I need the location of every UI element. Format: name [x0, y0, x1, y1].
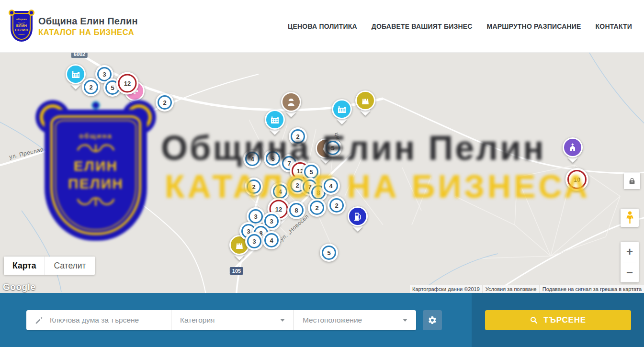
map-type-button[interactable]: Сателит — [45, 257, 94, 275]
zoom-out-button[interactable]: − — [621, 262, 639, 282]
shopping-bag-icon — [360, 95, 371, 106]
road-label: 105 — [230, 267, 243, 275]
lock-icon — [628, 177, 636, 185]
map-cluster-marker[interactable]: 12 — [116, 72, 139, 95]
fuel-marker[interactable] — [348, 206, 368, 226]
nav-item[interactable]: ЦЕНОВА ПОЛИТИКА — [288, 22, 357, 30]
map-cluster-marker[interactable]: 5 — [320, 244, 338, 262]
keyword-search-input[interactable] — [49, 315, 171, 325]
church-marker[interactable] — [563, 137, 583, 157]
map-cluster-marker[interactable]: 4 — [262, 231, 281, 249]
map-type-control: КартаСателит — [4, 257, 95, 275]
watermark-emblem-icon: община ЕЛИН ПЕЛИН — [41, 102, 151, 241]
ornament-icon — [73, 194, 119, 208]
shopping-bag-marker[interactable] — [355, 90, 375, 111]
search-bar-left: Категория Местоположение — [0, 293, 472, 347]
search-button-label: ТЪРСЕНЕ — [543, 315, 586, 325]
page: община ЕЛИН ПЕЛИН Община Елин Пелин КАТА… — [0, 0, 644, 347]
ornament-icon — [73, 142, 119, 155]
search-bar-right: ТЪРСЕНЕ — [472, 293, 644, 347]
keyword-field — [26, 310, 171, 330]
logo-top-text: община — [16, 18, 27, 21]
nav-item[interactable]: ДОБАВЕТЕ ВАШИЯТ БИЗНЕС — [372, 22, 473, 30]
brand[interactable]: община ЕЛИН ПЕЛИН Община Елин Пелин КАТА… — [11, 11, 138, 42]
search-bar: Категория Местоположение Т — [0, 293, 644, 347]
municipality-logo-icon: община ЕЛИН ПЕЛИН — [11, 11, 33, 42]
fuel-icon — [352, 211, 363, 222]
report-error-link[interactable]: Подаване на сигнал за грешка в картата — [540, 285, 644, 293]
pegman-icon — [626, 211, 634, 225]
map-type-button[interactable]: Карта — [4, 257, 45, 275]
lock-button[interactable] — [624, 173, 640, 189]
advanced-settings-button[interactable] — [423, 310, 442, 330]
map-cluster-marker[interactable]: 2 — [82, 78, 100, 96]
search-icon — [530, 316, 538, 325]
factory-marker[interactable] — [265, 110, 285, 130]
category-select[interactable]: Категория — [171, 310, 294, 330]
category-select-value: Категория — [180, 316, 215, 325]
logo-name-line2: ПЕЛИН — [15, 28, 28, 32]
factory-icon — [336, 103, 348, 115]
logo-ornament — [18, 21, 25, 23]
shopping-bag-icon — [234, 239, 245, 251]
site-subtitle: КАТАЛОГ НА БИЗНЕСА — [38, 28, 138, 37]
map-cluster-marker[interactable]: 2 — [156, 93, 174, 112]
worker-icon — [285, 96, 297, 108]
logo-ornament — [18, 33, 25, 35]
factory-icon — [70, 68, 81, 80]
gear-icon — [428, 315, 437, 325]
pegman-control[interactable] — [621, 209, 639, 227]
pencil-icon — [35, 316, 44, 325]
map-attribution: Картографски данни ©2019Условия за ползв… — [410, 285, 644, 293]
logo-name-line1: ЕЛИН — [16, 24, 27, 28]
map-cluster-marker[interactable]: 3 — [245, 232, 263, 250]
chevron-down-icon — [280, 319, 285, 322]
watermark-emblem-top-text: община — [79, 132, 113, 140]
chevron-down-icon — [403, 319, 407, 322]
zoom-in-button[interactable]: + — [621, 242, 639, 262]
nav-item[interactable]: КОНТАКТИ — [596, 22, 632, 30]
watermark-title: Община Елин Пелин — [161, 128, 546, 168]
watermark-emblem-name1: ЕЛИН — [74, 157, 118, 175]
church-icon — [567, 142, 578, 153]
site-header: община ЕЛИН ПЕЛИН Община Елин Пелин КАТА… — [0, 0, 644, 53]
site-title: Община Елин Пелин — [38, 16, 138, 27]
factory-icon — [269, 114, 281, 125]
search-button[interactable]: ТЪРСЕНЕ — [485, 310, 631, 330]
location-select[interactable]: Местоположение — [294, 310, 416, 330]
map-data-notice: Картографски данни ©2019 — [410, 285, 482, 293]
watermark-emblem-name2: ПЕЛИН — [68, 175, 124, 192]
road-label: 6002 — [71, 53, 88, 58]
worker-marker[interactable] — [281, 92, 301, 112]
factory-marker[interactable] — [332, 99, 352, 119]
main-nav: ЦЕНОВА ПОЛИТИКАДОБАВЕТЕ ВАШИЯТ БИЗНЕСМАР… — [288, 22, 632, 30]
google-logo[interactable]: Google — [3, 282, 35, 292]
search-field-group: Категория Местоположение — [26, 310, 416, 330]
zoom-control: + − — [621, 242, 639, 282]
location-select-value: Местоположение — [303, 316, 362, 325]
terms-link[interactable]: Условия за ползване — [483, 285, 539, 293]
factory-marker[interactable] — [66, 64, 86, 84]
nav-item[interactable]: МАРШРУТНО РАЗПИСАНИЕ — [487, 22, 581, 30]
watermark-subtitle: КАТАЛОГ НА БИЗНЕСА — [165, 168, 590, 205]
map-canvas[interactable]: 3251222546713524278412822333834510 Общин… — [0, 53, 644, 293]
